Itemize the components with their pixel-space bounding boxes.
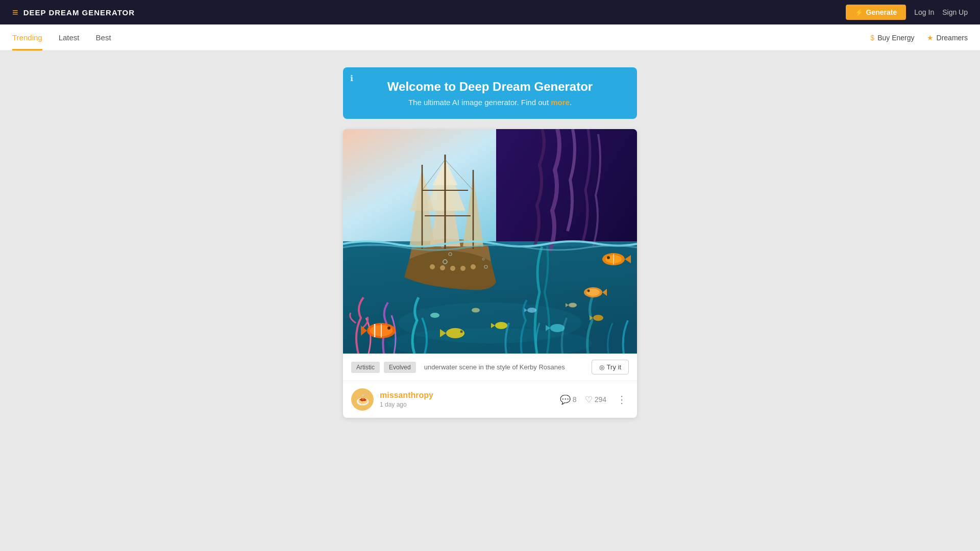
likes-count: 294 (595, 395, 606, 404)
header-right: ⚡ Generate Log In Sign Up (846, 5, 968, 20)
main-content: ℹ Welcome to Deep Dream Generator The ul… (0, 51, 980, 434)
try-it-icon: ◎ (599, 364, 604, 371)
comment-icon: 💬 (560, 394, 571, 405)
likes-action[interactable]: ♡ 294 (585, 394, 606, 405)
buy-energy-label: Buy Energy (877, 34, 914, 42)
tag-evolved[interactable]: Evolved (384, 362, 416, 373)
bolt-icon: ⚡ (855, 9, 863, 16)
welcome-banner: ℹ Welcome to Deep Dream Generator The ul… (343, 67, 637, 119)
image-card: Artistic Evolved underwater scene in the… (343, 129, 637, 418)
star-icon: ★ (927, 34, 934, 42)
svg-point-34 (607, 256, 610, 259)
svg-point-15 (471, 264, 476, 269)
card-image[interactable] (343, 129, 637, 354)
card-user-row: 🍝 missanthropy 1 day ago 💬 8 ♡ 294 ⋮ (343, 381, 637, 418)
login-link[interactable]: Log In (914, 8, 934, 16)
buy-energy-link[interactable]: $ Buy Energy (870, 34, 914, 42)
svg-point-20 (387, 327, 390, 330)
logo-text: DEEP DREAM GENERATOR (23, 8, 135, 17)
svg-point-42 (569, 303, 577, 308)
card-tags-row: Artistic Evolved underwater scene in the… (343, 354, 637, 381)
username[interactable]: missanthropy (380, 391, 554, 400)
nav-item-best[interactable]: Best (96, 24, 111, 51)
banner-subtitle-period: . (570, 98, 572, 107)
svg-point-38 (587, 290, 590, 292)
svg-point-13 (450, 266, 455, 271)
info-icon: ℹ (350, 73, 353, 83)
svg-point-11 (430, 264, 435, 269)
banner-subtitle-text: The ultimate AI image generator. Find ou… (408, 98, 551, 107)
try-it-button[interactable]: ◎ Try it (592, 360, 629, 374)
comments-count: 8 (573, 395, 577, 404)
svg-point-25 (593, 315, 603, 321)
svg-point-14 (460, 266, 465, 271)
nav-item-latest[interactable]: Latest (59, 24, 80, 51)
card-actions: 💬 8 ♡ 294 ⋮ (560, 393, 629, 406)
like-icon: ♡ (585, 394, 593, 405)
user-info: missanthropy 1 day ago (380, 391, 554, 408)
header: ≡ DEEP DREAM GENERATOR ⚡ Generate Log In… (0, 0, 980, 24)
tag-artistic[interactable]: Artistic (351, 362, 380, 373)
content-wrapper: ℹ Welcome to Deep Dream Generator The ul… (343, 67, 637, 418)
avatar[interactable]: 🍝 (351, 388, 374, 411)
comments-action[interactable]: 💬 8 (560, 394, 577, 405)
try-it-label: Try it (607, 363, 621, 371)
svg-point-12 (440, 265, 445, 270)
nav-left: Trending Latest Best (12, 24, 111, 51)
dreamers-label: Dreamers (937, 34, 968, 42)
signup-link[interactable]: Sign Up (942, 8, 968, 16)
energy-icon: $ (870, 34, 874, 42)
nav-item-trending[interactable]: Trending (12, 24, 42, 51)
dreamers-link[interactable]: ★ Dreamers (927, 34, 968, 42)
nav-right: $ Buy Energy ★ Dreamers (870, 34, 968, 42)
generate-button[interactable]: ⚡ Generate (846, 5, 906, 20)
card-description: underwater scene in the style of Kerby R… (424, 363, 587, 371)
banner-more-link[interactable]: more (551, 98, 570, 107)
svg-point-43 (430, 313, 439, 318)
banner-title: Welcome to Deep Dream Generator (359, 80, 621, 94)
nav-bar: Trending Latest Best $ Buy Energy ★ Drea… (0, 24, 980, 51)
logo-icon: ≡ (12, 7, 18, 18)
svg-point-44 (472, 308, 480, 313)
generate-label: Generate (866, 8, 897, 16)
header-left: ≡ DEEP DREAM GENERATOR (12, 7, 135, 18)
svg-point-41 (527, 308, 536, 313)
more-options-button[interactable]: ⋮ (615, 393, 629, 406)
banner-subtitle: The ultimate AI image generator. Find ou… (359, 98, 621, 107)
post-time: 1 day ago (380, 401, 554, 408)
